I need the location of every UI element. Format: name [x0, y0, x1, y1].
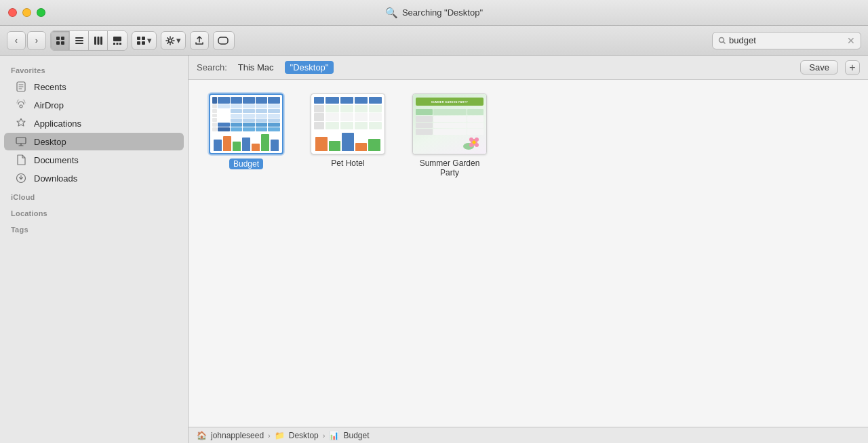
tag-button[interactable]	[213, 31, 235, 50]
column-view-button[interactable]	[89, 31, 108, 50]
file-label-summer-garden-party: Summer Garden Party	[409, 159, 490, 177]
garden-party-preview: SUMMER GARDEN PARTY	[413, 94, 486, 154]
downloads-icon	[15, 172, 27, 184]
svg-rect-10	[113, 37, 121, 41]
search-clear-button[interactable]: ✕	[847, 36, 855, 45]
list-icon	[75, 36, 84, 45]
statusbar-desktop-label: Desktop	[289, 431, 319, 440]
documents-icon	[15, 154, 27, 166]
svg-rect-19	[218, 37, 228, 44]
svg-point-22	[20, 105, 22, 108]
svg-rect-23	[16, 138, 26, 144]
svg-point-27	[473, 141, 476, 144]
statusbar: 🏠 johnappleseed › 📁 Desktop › 📊 Budget	[189, 427, 868, 443]
search-bar[interactable]: budget ✕	[712, 32, 861, 49]
sidebar-item-applications[interactable]: Applications	[4, 114, 184, 132]
icon-view-button[interactable]	[51, 31, 70, 50]
statusbar-arrow-2: ›	[323, 431, 326, 440]
svg-rect-5	[75, 40, 83, 41]
gear-icon	[165, 36, 175, 45]
flower-decoration	[462, 134, 482, 151]
applications-icon	[15, 117, 27, 129]
file-grid: Budget	[189, 80, 868, 427]
save-search-button[interactable]: Save	[800, 60, 838, 75]
forward-icon: ›	[35, 35, 38, 45]
sidebar-item-desktop[interactable]: Desktop	[4, 133, 184, 150]
svg-rect-6	[75, 43, 83, 44]
tags-section-label: Tags	[0, 220, 188, 236]
file-item-pet-hotel[interactable]: Pet Hotel	[304, 93, 392, 177]
statusbar-file-label: Budget	[343, 431, 369, 440]
share-button[interactable]	[190, 31, 209, 50]
airdrop-icon	[15, 99, 27, 111]
pet-hotel-preview	[311, 94, 384, 154]
svg-point-18	[169, 39, 172, 42]
svg-point-31	[475, 143, 479, 147]
view-mode-group	[50, 30, 127, 51]
back-button[interactable]: ‹	[7, 31, 26, 50]
svg-rect-4	[75, 37, 83, 39]
file-thumbnail-pet-hotel	[311, 93, 385, 154]
gallery-view-button[interactable]	[108, 31, 127, 50]
back-icon: ‹	[15, 35, 18, 45]
gear-dropdown-arrow: ▾	[176, 35, 181, 45]
column-icon	[94, 36, 103, 45]
sidebar-item-documents-label: Documents	[34, 155, 79, 165]
window-controls	[8, 8, 45, 17]
file-label-budget: Budget	[229, 159, 263, 169]
view-options-dropdown[interactable]: ▾	[132, 31, 157, 50]
desktop-icon	[15, 135, 27, 148]
svg-rect-2	[56, 41, 60, 45]
this-mac-scope-button[interactable]: This Mac	[234, 61, 278, 74]
search-input[interactable]: budget	[729, 35, 844, 45]
minimize-button[interactable]	[22, 8, 31, 17]
locations-section-label: Locations	[0, 204, 188, 220]
svg-point-28	[469, 138, 473, 142]
file-item-budget[interactable]: Budget	[202, 93, 290, 177]
sidebar-item-applications-label: Applications	[34, 119, 81, 129]
folder-icon: 📁	[275, 431, 285, 440]
grid-icon	[56, 36, 65, 45]
sidebar-item-airdrop[interactable]: AirDrop	[4, 96, 184, 114]
sidebar: Favorites Recents AirDrop	[0, 56, 189, 443]
title-label: Searching "Desktop"	[402, 7, 483, 18]
action-button[interactable]: ▾	[161, 31, 186, 50]
statusbar-arrow-1: ›	[268, 431, 271, 440]
window-title: 🔍 Searching "Desktop"	[385, 7, 483, 19]
file-item-summer-garden-party[interactable]: SUMMER GARDEN PARTY	[406, 93, 494, 177]
tag-icon	[218, 36, 230, 45]
sidebar-item-airdrop-label: AirDrop	[34, 100, 64, 110]
svg-rect-3	[61, 41, 64, 45]
svg-rect-9	[100, 37, 102, 45]
svg-rect-17	[142, 41, 145, 45]
sidebar-item-documents[interactable]: Documents	[4, 151, 184, 169]
search-scope-bar: Search: This Mac "Desktop" Save +	[189, 56, 868, 80]
share-icon	[195, 36, 204, 45]
budget-preview	[210, 95, 282, 153]
sidebar-item-recents[interactable]: Recents	[4, 78, 184, 96]
list-view-button[interactable]	[70, 31, 89, 50]
close-button[interactable]	[8, 8, 17, 17]
forward-button[interactable]: ›	[27, 31, 46, 50]
favorites-section-label: Favorites	[0, 61, 188, 77]
recents-icon	[15, 81, 27, 93]
title-icon: 🔍	[385, 7, 398, 19]
sidebar-item-downloads-label: Downloads	[34, 173, 77, 184]
sidebar-item-downloads[interactable]: Downloads	[4, 169, 184, 187]
svg-rect-0	[56, 37, 60, 40]
gallery-icon	[113, 36, 122, 45]
chart-icon: 📊	[329, 431, 339, 440]
file-label-pet-hotel: Pet Hotel	[331, 159, 364, 168]
options-grid-icon	[136, 36, 146, 45]
search-scope-label: Search:	[197, 62, 227, 72]
add-criteria-button[interactable]: +	[845, 60, 860, 75]
svg-rect-8	[97, 37, 99, 45]
maximize-button[interactable]	[37, 8, 45, 17]
desktop-scope-button[interactable]: "Desktop"	[285, 61, 334, 74]
svg-rect-14	[137, 37, 140, 40]
svg-rect-7	[94, 37, 96, 45]
sidebar-item-recents-label: Recents	[34, 82, 66, 92]
svg-rect-13	[119, 43, 121, 45]
svg-rect-16	[137, 41, 140, 45]
svg-point-29	[475, 138, 479, 142]
